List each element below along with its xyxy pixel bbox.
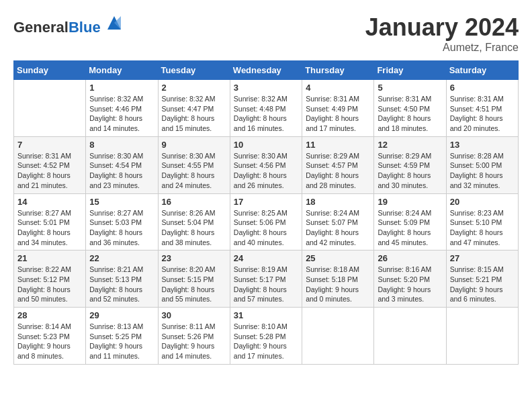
week-row-4: 21Sunrise: 8:22 AMSunset: 5:12 PMDayligh…	[14, 250, 519, 308]
day-info: Sunrise: 8:31 AMSunset: 4:50 PMDaylight:…	[378, 94, 442, 134]
calendar-cell: 13Sunrise: 8:28 AMSunset: 5:00 PMDayligh…	[446, 136, 518, 193]
logo: GeneralBlue	[13, 13, 124, 36]
calendar-cell	[302, 308, 374, 365]
calendar-cell: 11Sunrise: 8:29 AMSunset: 4:57 PMDayligh…	[302, 136, 374, 193]
day-number: 13	[450, 140, 515, 150]
calendar-cell: 2Sunrise: 8:32 AMSunset: 4:47 PMDaylight…	[158, 80, 230, 137]
day-number: 11	[306, 140, 370, 150]
day-number: 21	[17, 253, 82, 263]
calendar-cell: 29Sunrise: 8:13 AMSunset: 5:25 PMDayligh…	[86, 308, 158, 365]
day-number: 10	[234, 140, 298, 150]
day-info: Sunrise: 8:22 AMSunset: 5:12 PMDaylight:…	[17, 265, 82, 304]
column-header-saturday: Saturday	[446, 61, 518, 80]
day-number: 5	[378, 83, 442, 93]
day-info: Sunrise: 8:20 AMSunset: 5:15 PMDaylight:…	[162, 265, 226, 304]
day-number: 9	[162, 140, 226, 150]
week-row-2: 7Sunrise: 8:31 AMSunset: 4:52 PMDaylight…	[14, 136, 519, 193]
calendar-cell: 28Sunrise: 8:14 AMSunset: 5:23 PMDayligh…	[14, 308, 86, 365]
day-number: 6	[450, 83, 515, 93]
day-info: Sunrise: 8:11 AMSunset: 5:26 PMDaylight:…	[162, 322, 226, 361]
day-info: Sunrise: 8:27 AMSunset: 5:01 PMDaylight:…	[17, 208, 82, 248]
day-number: 22	[89, 253, 154, 263]
calendar-cell: 24Sunrise: 8:19 AMSunset: 5:17 PMDayligh…	[230, 250, 302, 308]
day-info: Sunrise: 8:10 AMSunset: 5:28 PMDaylight:…	[234, 322, 298, 361]
calendar-cell: 5Sunrise: 8:31 AMSunset: 4:50 PMDaylight…	[374, 80, 446, 137]
day-number: 7	[17, 140, 82, 150]
logo-text: GeneralBlue	[13, 13, 124, 36]
page-header: GeneralBlue January 2024 Aumetz, France	[13, 13, 519, 54]
calendar-cell: 1Sunrise: 8:32 AMSunset: 4:46 PMDaylight…	[86, 80, 158, 137]
day-info: Sunrise: 8:25 AMSunset: 5:06 PMDaylight:…	[234, 208, 298, 248]
calendar-cell: 3Sunrise: 8:32 AMSunset: 4:48 PMDaylight…	[230, 80, 302, 137]
day-info: Sunrise: 8:32 AMSunset: 4:47 PMDaylight:…	[162, 94, 226, 134]
logo-blue: Blue	[69, 19, 101, 36]
day-number: 23	[162, 253, 226, 263]
day-number: 28	[17, 310, 82, 320]
day-info: Sunrise: 8:18 AMSunset: 5:18 PMDaylight:…	[306, 265, 370, 304]
calendar-cell: 15Sunrise: 8:27 AMSunset: 5:03 PMDayligh…	[86, 193, 158, 250]
day-number: 1	[89, 83, 154, 93]
day-number: 16	[162, 197, 226, 207]
day-number: 24	[234, 253, 298, 263]
calendar-cell: 31Sunrise: 8:10 AMSunset: 5:28 PMDayligh…	[230, 308, 302, 365]
calendar-cell: 9Sunrise: 8:30 AMSunset: 4:55 PMDaylight…	[158, 136, 230, 193]
calendar-cell: 17Sunrise: 8:25 AMSunset: 5:06 PMDayligh…	[230, 193, 302, 250]
calendar-cell: 25Sunrise: 8:18 AMSunset: 5:18 PMDayligh…	[302, 250, 374, 308]
calendar-cell: 8Sunrise: 8:30 AMSunset: 4:54 PMDaylight…	[86, 136, 158, 193]
calendar-cell: 23Sunrise: 8:20 AMSunset: 5:15 PMDayligh…	[158, 250, 230, 308]
calendar-table: SundayMondayTuesdayWednesdayThursdayFrid…	[13, 60, 519, 365]
day-number: 31	[234, 310, 298, 320]
day-number: 27	[450, 253, 515, 263]
month-title: January 2024	[365, 13, 519, 42]
day-info: Sunrise: 8:32 AMSunset: 4:48 PMDaylight:…	[234, 94, 298, 134]
day-info: Sunrise: 8:28 AMSunset: 5:00 PMDaylight:…	[450, 151, 515, 191]
day-number: 19	[378, 197, 442, 207]
day-number: 15	[89, 197, 154, 207]
title-block: January 2024 Aumetz, France	[365, 13, 519, 54]
calendar-cell: 30Sunrise: 8:11 AMSunset: 5:26 PMDayligh…	[158, 308, 230, 365]
day-number: 25	[306, 253, 370, 263]
day-number: 26	[378, 253, 442, 263]
day-info: Sunrise: 8:30 AMSunset: 4:55 PMDaylight:…	[162, 151, 226, 191]
day-number: 2	[162, 83, 226, 93]
calendar-cell: 16Sunrise: 8:26 AMSunset: 5:04 PMDayligh…	[158, 193, 230, 250]
calendar-cell: 4Sunrise: 8:31 AMSunset: 4:49 PMDaylight…	[302, 80, 374, 137]
calendar-cell: 27Sunrise: 8:15 AMSunset: 5:21 PMDayligh…	[446, 250, 518, 308]
day-info: Sunrise: 8:16 AMSunset: 5:20 PMDaylight:…	[378, 265, 442, 304]
day-info: Sunrise: 8:30 AMSunset: 4:54 PMDaylight:…	[89, 151, 154, 191]
calendar-cell: 20Sunrise: 8:23 AMSunset: 5:10 PMDayligh…	[446, 193, 518, 250]
calendar-cell: 21Sunrise: 8:22 AMSunset: 5:12 PMDayligh…	[14, 250, 86, 308]
day-info: Sunrise: 8:13 AMSunset: 5:25 PMDaylight:…	[89, 322, 154, 361]
week-row-3: 14Sunrise: 8:27 AMSunset: 5:01 PMDayligh…	[14, 193, 519, 250]
column-header-sunday: Sunday	[14, 61, 86, 80]
calendar-cell	[374, 308, 446, 365]
day-info: Sunrise: 8:15 AMSunset: 5:21 PMDaylight:…	[450, 265, 515, 304]
column-header-tuesday: Tuesday	[158, 61, 230, 80]
column-header-wednesday: Wednesday	[230, 61, 302, 80]
column-header-friday: Friday	[374, 61, 446, 80]
calendar-cell: 19Sunrise: 8:24 AMSunset: 5:09 PMDayligh…	[374, 193, 446, 250]
logo-icon	[105, 13, 124, 32]
calendar-cell: 26Sunrise: 8:16 AMSunset: 5:20 PMDayligh…	[374, 250, 446, 308]
day-info: Sunrise: 8:14 AMSunset: 5:23 PMDaylight:…	[17, 322, 82, 361]
day-info: Sunrise: 8:27 AMSunset: 5:03 PMDaylight:…	[89, 208, 154, 248]
column-header-thursday: Thursday	[302, 61, 374, 80]
day-number: 14	[17, 197, 82, 207]
day-info: Sunrise: 8:24 AMSunset: 5:09 PMDaylight:…	[378, 208, 442, 248]
week-row-1: 1Sunrise: 8:32 AMSunset: 4:46 PMDaylight…	[14, 80, 519, 137]
day-number: 3	[234, 83, 298, 93]
day-info: Sunrise: 8:26 AMSunset: 5:04 PMDaylight:…	[162, 208, 226, 248]
day-info: Sunrise: 8:23 AMSunset: 5:10 PMDaylight:…	[450, 208, 515, 248]
day-info: Sunrise: 8:29 AMSunset: 4:57 PMDaylight:…	[306, 151, 370, 191]
calendar-cell: 18Sunrise: 8:24 AMSunset: 5:07 PMDayligh…	[302, 193, 374, 250]
day-info: Sunrise: 8:31 AMSunset: 4:49 PMDaylight:…	[306, 94, 370, 134]
day-number: 12	[378, 140, 442, 150]
day-number: 20	[450, 197, 515, 207]
calendar-cell: 14Sunrise: 8:27 AMSunset: 5:01 PMDayligh…	[14, 193, 86, 250]
day-info: Sunrise: 8:21 AMSunset: 5:13 PMDaylight:…	[89, 265, 154, 304]
calendar-cell: 10Sunrise: 8:30 AMSunset: 4:56 PMDayligh…	[230, 136, 302, 193]
day-number: 17	[234, 197, 298, 207]
calendar-cell	[14, 80, 86, 137]
day-info: Sunrise: 8:31 AMSunset: 4:52 PMDaylight:…	[17, 151, 82, 191]
column-header-monday: Monday	[86, 61, 158, 80]
